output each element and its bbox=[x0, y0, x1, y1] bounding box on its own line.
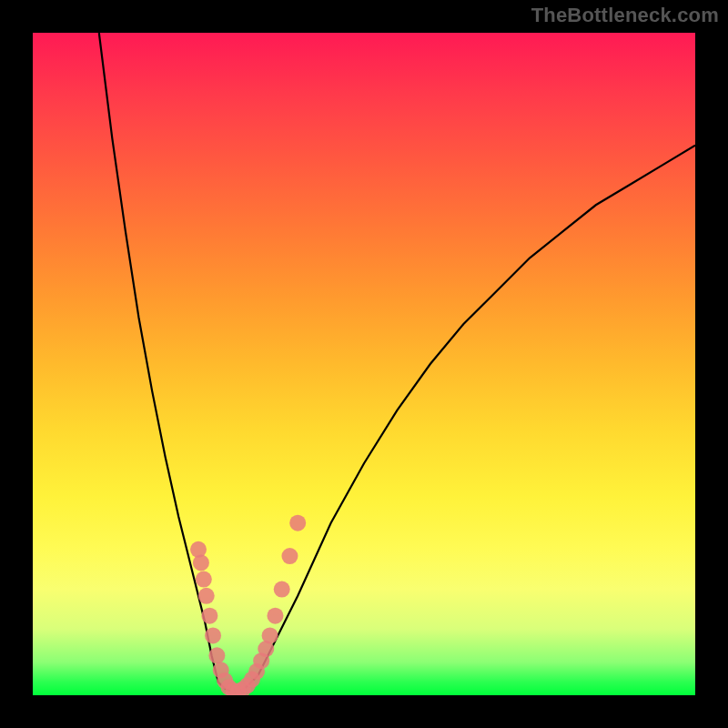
marker-dot bbox=[201, 608, 217, 624]
marker-dots bbox=[190, 515, 306, 695]
marker-dot bbox=[205, 627, 221, 643]
marker-dot bbox=[289, 515, 306, 531]
curve-lines bbox=[99, 33, 695, 692]
chart-frame: TheBottleneck.com bbox=[0, 0, 728, 728]
marker-dot bbox=[193, 554, 209, 571]
marker-dot bbox=[274, 581, 290, 598]
plot-area bbox=[33, 33, 695, 695]
chart-svg bbox=[33, 33, 695, 695]
v-curve bbox=[99, 33, 695, 692]
marker-dot bbox=[262, 627, 278, 643]
marker-dot bbox=[198, 588, 215, 604]
marker-dot bbox=[208, 647, 225, 663]
marker-dot bbox=[267, 608, 283, 624]
marker-dot bbox=[281, 548, 298, 564]
watermark-text: TheBottleneck.com bbox=[531, 4, 719, 27]
marker-dot bbox=[196, 571, 212, 588]
